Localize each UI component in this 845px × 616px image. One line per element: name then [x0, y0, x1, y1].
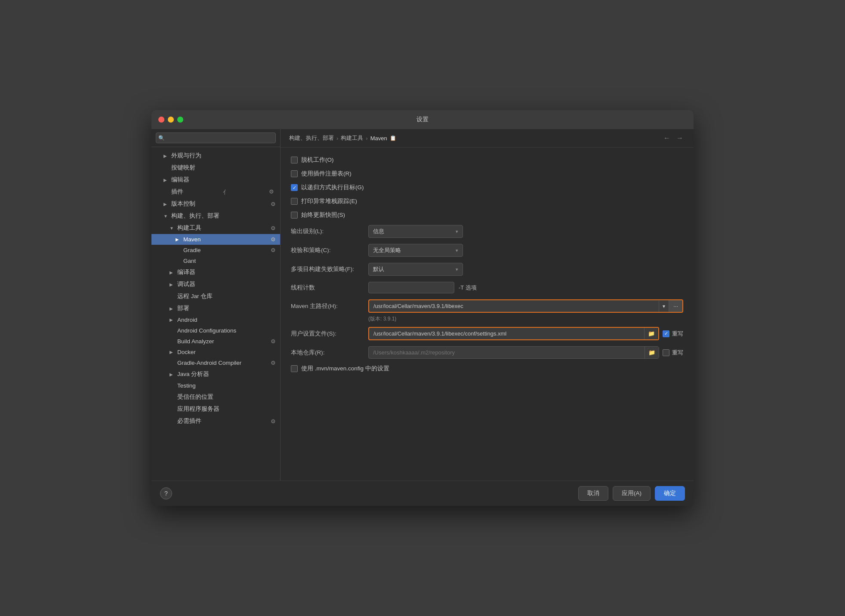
- offline-text: 脱机工作(O): [301, 156, 334, 164]
- sidebar-item-appearance[interactable]: ▶ 外观与行为: [151, 150, 280, 162]
- plugin-registry-label[interactable]: 使用插件注册表(R): [291, 170, 352, 178]
- required-plugins-icon: ⚙: [271, 418, 276, 425]
- main-content: 构建、执行、部署 › 构建工具 › Maven 📋 ← →: [281, 129, 694, 480]
- breadcrumb-part-3: Maven: [370, 135, 387, 142]
- sidebar-item-app-servers[interactable]: ▶ 应用程序服务器: [151, 403, 280, 415]
- print-stack-setting: 打印异常堆栈跟踪(E): [291, 197, 683, 205]
- sidebar-item-plugins[interactable]: ▶ 插件 亻 ⚙: [151, 186, 280, 198]
- plugin-registry-checkbox[interactable]: [291, 170, 298, 177]
- maven-home-label: Maven 主路径(H):: [291, 302, 368, 310]
- breadcrumb-part-1: 构建、执行、部署: [289, 134, 334, 142]
- settings-dialog: 设置 🔍 ▶ 外观与行为 ▶ 按键映射: [151, 110, 694, 506]
- user-settings-override-checkbox[interactable]: [663, 330, 669, 337]
- always-update-checkbox[interactable]: [291, 212, 298, 219]
- local-repo-input[interactable]: [369, 347, 645, 358]
- sidebar-item-gradle-android[interactable]: ▶ Gradle-Android Compiler ⚙: [151, 357, 280, 368]
- local-repo-override-label: 重写: [672, 349, 683, 357]
- sidebar-item-build-tools[interactable]: ▼ 构建工具 ⚙: [151, 222, 280, 234]
- sidebar-item-label: Android: [177, 317, 197, 323]
- sidebar-item-android-configs[interactable]: ▶ Android Configurations: [151, 325, 280, 336]
- sidebar-item-label: Build Analyzer: [177, 338, 214, 345]
- chevron-icon: ▶: [170, 306, 176, 311]
- sidebar-item-editor[interactable]: ▶ 编辑器: [151, 174, 280, 186]
- recursive-checkbox[interactable]: [291, 184, 298, 191]
- user-settings-override-label: 重写: [672, 330, 683, 338]
- threads-control: -T 选项: [368, 282, 683, 293]
- chevron-icon: ▶: [170, 350, 176, 354]
- sidebar-item-docker[interactable]: ▶ Docker: [151, 347, 280, 357]
- search-icon: 🔍: [158, 135, 165, 141]
- print-stack-text: 打印异常堆栈跟踪(E): [301, 197, 357, 205]
- multiproject-policy-select[interactable]: 默认 ▾: [368, 263, 463, 276]
- search-bar: 🔍: [151, 129, 280, 147]
- chevron-icon: ▼: [163, 214, 170, 219]
- minimize-button[interactable]: [168, 117, 174, 123]
- offline-checkbox[interactable]: [291, 157, 298, 163]
- sidebar-item-trusted-locations[interactable]: ▶ 受信任的位置: [151, 391, 280, 403]
- sidebar-item-label: Java 分析器: [177, 370, 209, 378]
- maven-home-input-wrap: ▾ ···: [368, 299, 683, 313]
- apply-button[interactable]: 应用(A): [613, 486, 651, 501]
- maximize-button[interactable]: [177, 117, 183, 123]
- sidebar-item-keymap[interactable]: ▶ 按键映射: [151, 162, 280, 174]
- recursive-text: 以递归方式执行目标(G): [301, 184, 364, 191]
- cancel-button[interactable]: 取消: [578, 486, 608, 501]
- output-level-select[interactable]: 信息 ▾: [368, 225, 463, 238]
- maven-home-input[interactable]: [369, 301, 659, 311]
- sidebar-item-remote-jar[interactable]: ▶ 远程 Jar 仓库: [151, 290, 280, 302]
- sidebar-item-deployment[interactable]: ▶ 部署: [151, 302, 280, 314]
- offline-label[interactable]: 脱机工作(O): [291, 156, 334, 164]
- search-input[interactable]: [156, 132, 276, 143]
- mvn-config-checkbox[interactable]: [291, 365, 298, 372]
- sidebar-item-java-profiler[interactable]: ▶ Java 分析器: [151, 368, 280, 380]
- sidebar-item-build-exec[interactable]: ▼ 构建、执行、部署: [151, 210, 280, 222]
- chevron-icon: ▶: [176, 237, 182, 242]
- maven-home-more-button[interactable]: ···: [669, 300, 682, 312]
- sidebar-item-testing[interactable]: ▶ Testing: [151, 380, 280, 391]
- sidebar-item-vcs[interactable]: ▶ 版本控制 ⚙: [151, 198, 280, 210]
- offline-setting: 脱机工作(O): [291, 156, 683, 164]
- always-update-text: 始终更新快照(S): [301, 211, 345, 219]
- help-button[interactable]: ?: [160, 487, 172, 499]
- sidebar-item-label: Gradle: [183, 247, 201, 253]
- window-title: 设置: [416, 116, 429, 123]
- checksum-policy-select[interactable]: 无全局策略 ▾: [368, 244, 463, 257]
- ok-button[interactable]: 确定: [655, 486, 685, 501]
- sidebar-item-build-analyzer[interactable]: ▶ Build Analyzer ⚙: [151, 336, 280, 347]
- local-repo-folder-button[interactable]: 📁: [645, 347, 659, 358]
- title-bar: 设置: [151, 110, 694, 129]
- sidebar-item-compiler[interactable]: ▶ 编译器: [151, 266, 280, 278]
- sidebar-item-debugger[interactable]: ▶ 调试器: [151, 278, 280, 290]
- user-settings-input[interactable]: [369, 328, 644, 339]
- close-button[interactable]: [158, 117, 164, 123]
- print-stack-label[interactable]: 打印异常堆栈跟踪(E): [291, 197, 357, 205]
- sidebar-item-required-plugins[interactable]: ▶ 必需插件 ⚙: [151, 415, 280, 427]
- threads-input[interactable]: [368, 282, 454, 293]
- dropdown-arrow-icon: ▾: [456, 248, 458, 253]
- chevron-icon: ▶: [163, 202, 170, 206]
- sidebar: 🔍 ▶ 外观与行为 ▶ 按键映射 ▶ 编辑器: [151, 129, 281, 480]
- user-settings-folder-button[interactable]: 📁: [644, 328, 658, 339]
- maven-home-dropdown-button[interactable]: ▾: [659, 301, 669, 312]
- sidebar-item-android[interactable]: ▶ Android: [151, 314, 280, 325]
- print-stack-checkbox[interactable]: [291, 198, 298, 205]
- mvn-config-label[interactable]: 使用 .mvn/maven.config 中的设置: [291, 365, 389, 373]
- chevron-icon: ▼: [170, 226, 176, 231]
- multiproject-policy-value: 默认: [373, 265, 456, 273]
- nav-back-button[interactable]: ←: [662, 133, 672, 143]
- sidebar-item-maven[interactable]: ▶ Maven ⚙: [151, 234, 280, 245]
- local-repo-override-checkbox[interactable]: [663, 349, 669, 356]
- dropdown-arrow-icon: ▾: [456, 229, 458, 234]
- sidebar-item-gradle[interactable]: ▶ Gradle ⚙: [151, 245, 280, 256]
- recursive-label[interactable]: 以递归方式执行目标(G): [291, 184, 364, 191]
- always-update-label[interactable]: 始终更新快照(S): [291, 211, 345, 219]
- nav-forward-button[interactable]: →: [675, 133, 685, 143]
- sidebar-item-label: Maven: [183, 236, 201, 243]
- chevron-icon: ▶: [170, 317, 176, 322]
- maven-version-label: (版本: 3.9.1): [368, 316, 396, 322]
- settings-content: 脱机工作(O) 使用插件注册表(R) 以递归方式执行目标(G): [281, 148, 694, 480]
- settings-icon: ⚙: [269, 188, 276, 195]
- maven-version-text: (版本: 3.9.1): [368, 315, 683, 323]
- vcs-icon: ⚙: [271, 201, 276, 207]
- sidebar-item-gant[interactable]: ▶ Gant: [151, 256, 280, 266]
